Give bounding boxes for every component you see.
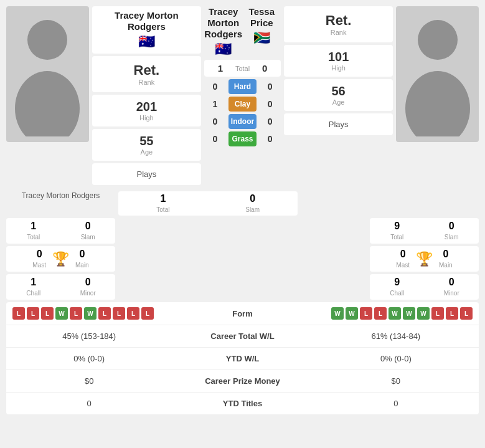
ytd-titles-right: 0: [319, 399, 473, 408]
l-mast: 0: [32, 249, 46, 260]
left-age-value: 55: [97, 134, 196, 148]
right-rank-label: Rank: [289, 29, 388, 36]
form-label: Form: [166, 309, 319, 318]
clay-button[interactable]: Clay: [228, 97, 257, 112]
left-player-flag: 🇦🇺: [97, 34, 196, 50]
stats-panels-row: 1 Total 0 Slam 0 Mast 🏆 0 Main: [0, 218, 485, 302]
l-total-lbl: Total: [27, 234, 40, 241]
ytd-titles-row: 0 YTD Titles 0: [6, 393, 479, 414]
total-left: 1: [208, 63, 233, 74]
form-badge-w: W: [84, 307, 97, 320]
r-minor-cell: 0 Minor: [425, 277, 479, 297]
right-high-label: High: [289, 64, 388, 72]
left-form-badges: LLLWLWLLLL: [12, 307, 166, 320]
form-badge-l: L: [374, 307, 387, 320]
right-rank-box: Ret. Rank: [284, 6, 393, 42]
l-minor-lbl: Minor: [80, 290, 96, 297]
r-mast-lbl: Mast: [396, 262, 410, 269]
grass-right-val: 0: [259, 134, 281, 144]
left-high-value: 201: [97, 100, 196, 114]
r-main: 0: [439, 249, 453, 260]
silhouette-left-icon: [10, 12, 85, 136]
left-rank-label: Rank: [97, 79, 196, 86]
left-flag-display: 🇦🇺: [204, 41, 243, 57]
form-row: LLLWLWLLLL Form WWLLWWWLLL: [6, 302, 479, 325]
left-age-box: 55 Age: [92, 129, 201, 161]
l-total: 1: [6, 221, 61, 232]
grass-left-val: 0: [204, 134, 226, 144]
r-mast: 0: [396, 249, 410, 260]
indoor-button[interactable]: Indoor: [228, 114, 257, 129]
left-name-display: Tracey Morton Rodgers: [204, 6, 243, 40]
hard-right-val: 0: [259, 82, 281, 92]
center-spacer: [118, 218, 367, 300]
bottom-stats-table: LLLWLWLLLL Form WWLLWWWLLL 45% (153-184)…: [6, 302, 479, 414]
right-rank-value: Ret.: [289, 12, 388, 29]
left-slam-lbl: Slam: [245, 206, 260, 213]
l-mast-lbl: Mast: [32, 262, 46, 269]
r-minor: 0: [425, 277, 479, 288]
r-main-lbl: Main: [439, 262, 453, 269]
r-total-cell: 9 Total: [370, 221, 425, 241]
form-badge-l: L: [27, 307, 39, 320]
r-chall-lbl: Chall: [390, 290, 404, 297]
prize-label: Career Prize Money: [166, 376, 319, 386]
player-left-stats: Tracey Morton Rodgers 🇦🇺 Ret. Rank 201 H…: [92, 6, 201, 185]
clay-left-val: 1: [204, 99, 226, 109]
svg-point-2: [418, 20, 458, 60]
l-chall: 1: [6, 277, 61, 288]
hard-button[interactable]: Hard: [228, 79, 257, 94]
ytd-wl-label: YTD W/L: [166, 354, 319, 363]
left-rank-value: Ret.: [97, 62, 196, 79]
left-rank-box: Ret. Rank: [92, 56, 201, 92]
l-main-lbl: Main: [75, 262, 89, 269]
right-age-value: 56: [289, 84, 388, 98]
left-plays-box: Plays: [92, 163, 201, 185]
l-minor: 0: [61, 277, 116, 288]
indoor-row: 0 Indoor 0: [204, 114, 281, 129]
r-total-lbl: Total: [390, 234, 403, 241]
right-chall-box: 9 Chall 0 Minor: [370, 274, 479, 300]
left-player-full-stats: 1 Total 0 Slam 0 Mast 🏆 0 Main: [6, 218, 115, 300]
clay-row: 1 Clay 0: [204, 97, 281, 112]
page-wrapper: Tracey Morton Rodgers 🇦🇺 Ret. Rank 201 H…: [0, 0, 485, 414]
left-total-lbl: Total: [156, 206, 169, 213]
left-plays-label: Plays: [97, 169, 196, 179]
grass-row: 0 Grass 0: [204, 131, 281, 146]
left-slam-cell: 0 Slam: [208, 193, 298, 214]
form-badge-w: W: [55, 307, 68, 320]
career-wl-left: 45% (153-184): [12, 331, 166, 341]
form-badge-l: L: [41, 307, 54, 320]
total-right: 0: [252, 63, 277, 74]
career-wl-row: 45% (153-184) Career Total W/L 61% (134-…: [6, 325, 479, 348]
l-main: 0: [75, 249, 89, 260]
left-mast-box: 0 Mast 🏆 0 Main: [6, 246, 115, 272]
hard-row: 0 Hard 0: [204, 79, 281, 94]
l-chall-cell: 1 Chall: [6, 277, 61, 297]
form-badge-l: L: [127, 307, 139, 320]
right-plays-box: Plays: [284, 113, 393, 135]
form-badge-w: W: [331, 307, 344, 320]
player-right-photo: [396, 6, 479, 142]
prize-money-row: $0 Career Prize Money $0: [6, 370, 479, 393]
prize-right: $0: [319, 376, 473, 386]
form-badge-l: L: [70, 307, 82, 320]
form-badge-w: W: [403, 307, 415, 320]
left-player-name-card: Tracey Morton Rodgers 🇦🇺: [92, 6, 201, 54]
career-wl-right: 61% (134-84): [319, 331, 473, 341]
left-trophy-icon: 🏆: [52, 251, 69, 267]
form-badge-l: L: [98, 307, 111, 320]
form-badge-l: L: [12, 307, 25, 320]
svg-point-3: [405, 71, 470, 136]
l-minor-cell: 0 Minor: [61, 277, 116, 297]
ytd-titles-label: YTD Titles: [166, 399, 319, 408]
form-badge-l: L: [460, 307, 473, 320]
grass-button[interactable]: Grass: [228, 131, 257, 146]
form-badge-w: W: [388, 307, 401, 320]
silhouette-right-icon: [400, 12, 475, 136]
right-mast-box: 0 Mast 🏆 0 Main: [370, 246, 479, 272]
indoor-left-val: 0: [204, 117, 226, 126]
player-names-row: Tracey Morton Rodgers 🇦🇺 Tessa Price 🇿🇦: [204, 6, 281, 57]
ytd-wl-right: 0% (0-0): [319, 354, 473, 363]
ytd-titles-left: 0: [12, 399, 166, 408]
